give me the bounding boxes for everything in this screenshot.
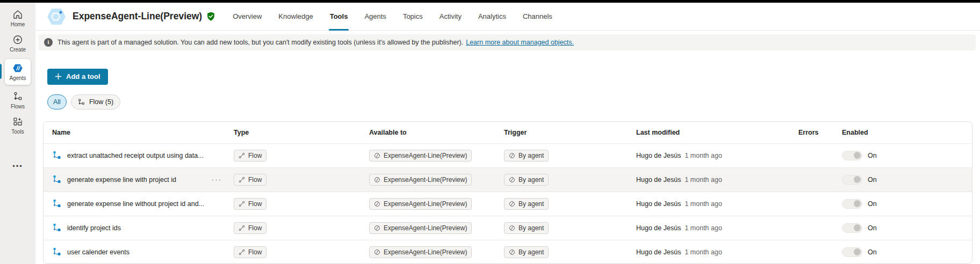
modified-by: Hugo de Jesús — [636, 152, 681, 159]
tab-tools[interactable]: Tools — [329, 3, 349, 31]
flow-icon — [52, 151, 61, 160]
enabled-label: On — [868, 248, 877, 256]
toggle-knob — [854, 200, 861, 207]
modified-ago: 1 month ago — [684, 152, 722, 159]
plus-icon — [55, 73, 62, 80]
available-to-badge: ExpenseAgent-Line(Preview) — [369, 174, 472, 186]
agent-badge-icon — [374, 201, 380, 207]
modified-ago: 1 month ago — [684, 224, 722, 232]
available-to-badge: ExpenseAgent-Line(Preview) — [369, 246, 472, 258]
agent-badge-icon — [374, 225, 380, 231]
table-row[interactable]: generate expense line with project id ··… — [44, 167, 972, 192]
enabled-label: On — [868, 176, 877, 184]
home-icon — [12, 9, 23, 20]
flow-icon — [52, 223, 61, 232]
column-header-trigger: Trigger — [504, 129, 636, 136]
tools-table: Name Type Available to Trigger Last modi… — [43, 121, 972, 264]
page-title: ExpenseAgent-Line(Preview) — [73, 11, 202, 22]
column-header-errors: Errors — [798, 129, 842, 136]
table-row[interactable]: extract unattached receipt output using … — [44, 143, 972, 167]
agent-badge-icon — [374, 249, 380, 255]
type-badge: Flow — [234, 174, 266, 186]
modified-by: Hugo de Jesús — [636, 200, 681, 208]
enabled-label: On — [868, 224, 877, 232]
sidebar-item-tools[interactable]: Tools — [2, 114, 33, 137]
sidebar-item-flows[interactable]: Flows — [2, 89, 33, 112]
learn-more-link[interactable]: Learn more about managed objects. — [466, 39, 574, 46]
flow-badge-icon — [239, 225, 245, 231]
tool-name: identify project ids — [67, 224, 121, 232]
add-tool-button[interactable]: Add a tool — [47, 69, 108, 85]
enabled-toggle[interactable] — [842, 151, 862, 160]
type-badge: Flow — [234, 222, 266, 234]
sidebar-more-button[interactable]: ••• — [12, 162, 23, 170]
row-more-button[interactable]: ··· — [207, 175, 226, 184]
agent-badge-icon — [374, 152, 380, 159]
enabled-toggle[interactable] — [842, 199, 862, 209]
enabled-toggle[interactable] — [842, 175, 862, 185]
flow-icon — [52, 175, 61, 184]
sidebar-item-agents[interactable]: Agents — [5, 59, 31, 85]
agents-icon — [12, 63, 23, 74]
trigger-badge: By agent — [504, 174, 549, 186]
enabled-toggle[interactable] — [842, 247, 862, 257]
modified-ago: 1 month ago — [684, 176, 722, 184]
sidebar-item-home[interactable]: Home — [2, 7, 33, 30]
filter-chip-all[interactable]: All — [47, 94, 67, 109]
enabled-toggle[interactable] — [842, 223, 862, 233]
sidebar-item-label: Flows — [11, 104, 25, 109]
filter-chip-flow[interactable]: Flow (5) — [71, 94, 120, 109]
add-tool-label: Add a tool — [66, 72, 100, 80]
tool-name: user calender events — [67, 248, 129, 256]
managed-solution-banner: i This agent is part of a managed soluti… — [39, 34, 976, 50]
tab-analytics[interactable]: Analytics — [477, 3, 507, 31]
tab-activity[interactable]: Activity — [438, 3, 463, 31]
enabled-label: On — [868, 152, 877, 159]
table-row[interactable]: user calender events Flow ExpenseAgent-L… — [44, 240, 972, 264]
tab-topics[interactable]: Topics — [402, 3, 424, 31]
chip-label: All — [53, 98, 61, 106]
sidebar-item-label: Tools — [11, 129, 24, 135]
table-row[interactable]: identify project ids Flow ExpenseAgent-L… — [44, 216, 972, 240]
agent-header: ExpenseAgent-Line(Preview) Overview Know… — [35, 3, 980, 31]
enabled-label: On — [868, 200, 877, 208]
column-header-name: Name — [52, 129, 234, 136]
column-header-last-modified: Last modified — [636, 129, 798, 136]
flow-icon — [52, 247, 61, 256]
tab-overview[interactable]: Overview — [232, 3, 263, 31]
column-header-available-to: Available to — [369, 129, 504, 136]
tab-channels[interactable]: Channels — [522, 3, 553, 31]
trigger-badge: By agent — [504, 150, 549, 162]
available-to-badge: ExpenseAgent-Line(Preview) — [369, 198, 472, 210]
sidebar-item-label: Create — [10, 47, 26, 53]
trigger-badge: By agent — [504, 222, 549, 234]
agent-badge-icon — [509, 177, 515, 183]
trigger-badge: By agent — [504, 198, 549, 210]
plus-circle-icon — [12, 34, 23, 45]
sidebar-item-create[interactable]: Create — [2, 32, 33, 55]
sidebar-item-label: Agents — [9, 75, 26, 81]
tool-name: generate expense line without project id… — [67, 200, 204, 208]
chip-label: Flow (5) — [89, 98, 113, 106]
selected-nav-accent — [0, 64, 2, 79]
table-row[interactable]: generate expense line without project id… — [44, 192, 972, 216]
modified-ago: 1 month ago — [684, 248, 722, 256]
toggle-knob — [854, 224, 861, 231]
tool-name: generate expense line with project id — [67, 176, 176, 184]
tab-agents[interactable]: Agents — [363, 3, 387, 31]
modified-by: Hugo de Jesús — [636, 248, 681, 256]
type-badge: Flow — [234, 246, 266, 258]
table-header-row: Name Type Available to Trigger Last modi… — [44, 122, 972, 143]
modified-ago: 1 month ago — [684, 200, 722, 208]
available-to-badge: ExpenseAgent-Line(Preview) — [369, 222, 472, 234]
flow-badge-icon — [239, 177, 245, 183]
verified-shield-icon — [207, 12, 215, 21]
tab-knowledge[interactable]: Knowledge — [277, 3, 314, 31]
tools-icon — [12, 116, 23, 127]
column-header-type: Type — [234, 129, 369, 136]
tool-name: extract unattached receipt output using … — [67, 152, 204, 159]
flow-badge-icon — [239, 201, 245, 207]
info-icon: i — [44, 38, 53, 47]
flow-badge-icon — [239, 249, 245, 255]
flow-filter-icon — [78, 98, 85, 106]
